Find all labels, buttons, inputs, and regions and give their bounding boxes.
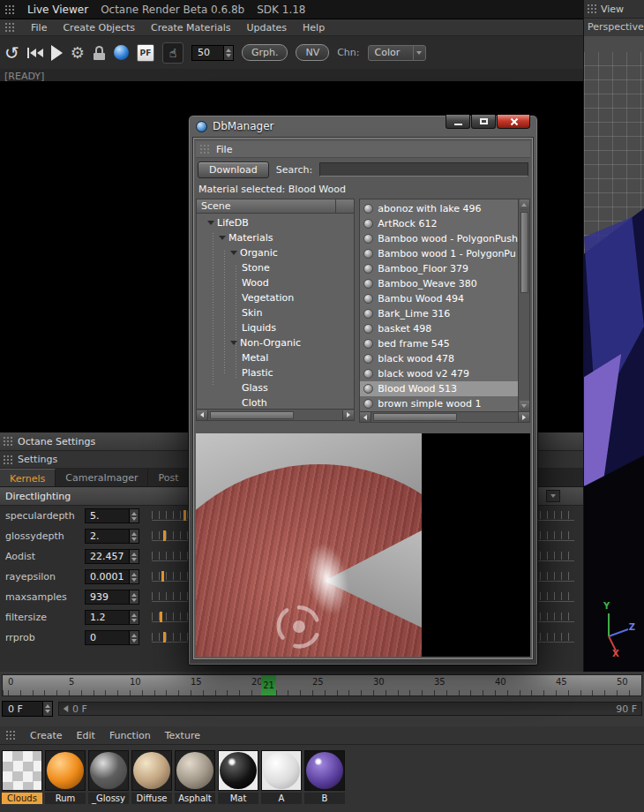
tree-item-metal[interactable]: Metal: [197, 350, 354, 365]
scroll-right-button[interactable]: [342, 410, 354, 420]
slider-thumb[interactable]: [161, 571, 164, 582]
settings-gear-icon[interactable]: ⚙: [71, 45, 85, 61]
param-value-field[interactable]: 2.: [85, 529, 139, 544]
material-list-item[interactable]: Bamboo wood - PolygonPush: [360, 231, 518, 246]
material-list-item-selected[interactable]: Blood Wood 513: [360, 381, 518, 396]
slider-thumb[interactable]: [163, 632, 166, 643]
material-thumb-asphalt[interactable]: Asphalt: [175, 750, 215, 804]
skip-to-start-icon[interactable]: [27, 48, 43, 58]
material-list-item[interactable]: abonoz with lake 496: [360, 201, 518, 216]
scroll-down-button[interactable]: [520, 401, 529, 411]
tree-item-vegetation[interactable]: Vegetation: [197, 290, 354, 305]
menu-create[interactable]: Create: [30, 730, 63, 741]
tree-item-cloth[interactable]: Cloth: [197, 395, 354, 410]
material-list-item[interactable]: Bambu Wood 494: [360, 291, 518, 306]
minimize-button[interactable]: [446, 115, 470, 129]
param-value-field[interactable]: 0.0001: [85, 569, 139, 584]
material-list-item[interactable]: brown simple wood 1: [360, 396, 518, 411]
material-list-item[interactable]: black wood v2 479: [360, 366, 518, 381]
scroll-left-button[interactable]: [197, 410, 208, 420]
scrollbar-thumb[interactable]: [373, 413, 457, 421]
spinner-arrows-icon[interactable]: [129, 590, 139, 604]
expand-arrow-icon[interactable]: [207, 221, 214, 225]
tab-post[interactable]: Post: [148, 469, 189, 486]
material-thumb-a[interactable]: A: [261, 750, 302, 804]
material-thumb-mat[interactable]: Mat: [218, 750, 258, 804]
spinner-arrows-icon[interactable]: [129, 631, 139, 644]
menu-updates[interactable]: Updates: [247, 22, 288, 34]
tree-item-lifedb[interactable]: LifeDB: [197, 215, 354, 230]
tree-column-header[interactable]: Scene: [196, 199, 355, 214]
tab-kernels[interactable]: Kernels: [0, 469, 56, 486]
range-handle-icon[interactable]: [64, 705, 69, 712]
tree-item-glass[interactable]: Glass: [197, 380, 354, 395]
frame-range-slider[interactable]: 0 F 90 F: [58, 702, 642, 716]
scrollbar-thumb[interactable]: [520, 212, 528, 293]
kernel-dropdown-button[interactable]: [546, 490, 560, 502]
viewport-mode-label[interactable]: Perspective: [584, 19, 644, 35]
dialog-titlebar[interactable]: DbManager: [189, 116, 537, 137]
lock-resolution-icon[interactable]: [93, 46, 106, 60]
material-list-item[interactable]: black wood 478: [360, 351, 518, 366]
material-list-item[interactable]: Bamboo_Floor 379: [360, 261, 518, 276]
tree-item-stone[interactable]: Stone: [197, 260, 354, 275]
param-value-field[interactable]: 1.2: [85, 610, 139, 625]
menu-help[interactable]: Help: [303, 22, 325, 34]
menu-function[interactable]: Function: [109, 730, 151, 741]
frame-number-field[interactable]: 0 F: [2, 701, 53, 717]
dialog-menu-file[interactable]: File: [216, 144, 232, 155]
material-list-item[interactable]: Bamboo_Weave 380: [360, 276, 518, 291]
list-horizontal-scrollbar[interactable]: [359, 412, 530, 423]
slider-thumb[interactable]: [183, 510, 186, 521]
menu-texture[interactable]: Texture: [165, 730, 200, 741]
spinner-arrows-icon[interactable]: [42, 702, 52, 716]
tree-item-wood[interactable]: Wood: [197, 275, 354, 290]
param-value-field[interactable]: 5.: [85, 508, 139, 523]
tab-cameraimager[interactable]: CameraImager: [56, 469, 148, 486]
tree-item-plastic[interactable]: Plastic: [197, 365, 354, 380]
menu-create-objects[interactable]: Create Objects: [63, 22, 135, 34]
scroll-left-button[interactable]: [360, 412, 371, 422]
material-thumb-b[interactable]: B: [304, 750, 345, 804]
samples-spinner[interactable]: 50: [191, 45, 234, 61]
render-ball-icon[interactable]: [114, 45, 129, 60]
slider-thumb[interactable]: [160, 612, 162, 622]
close-button[interactable]: [497, 115, 530, 129]
search-input[interactable]: [319, 162, 528, 177]
expand-arrow-icon[interactable]: [230, 251, 237, 255]
material-thumb-diffuse[interactable]: Diffuse: [131, 750, 172, 804]
material-list-item[interactable]: bed frame 545: [360, 336, 518, 351]
material-list-item[interactable]: basket 498: [360, 321, 518, 336]
maximize-button[interactable]: [471, 115, 496, 129]
material-list-item[interactable]: Bamboo wood 1 - PolygonPu: [360, 246, 518, 261]
material-list-item[interactable]: Bark_Lime 316: [360, 306, 518, 321]
nv-button[interactable]: NV: [296, 44, 329, 61]
scroll-up-button[interactable]: [520, 199, 529, 210]
menu-edit[interactable]: Edit: [77, 730, 95, 741]
expand-arrow-icon[interactable]: [230, 341, 237, 345]
spinner-arrows-icon[interactable]: [223, 46, 233, 60]
current-frame-marker[interactable]: 21: [261, 675, 276, 695]
param-value-field[interactable]: 939: [85, 590, 139, 605]
tree-item-liquids[interactable]: Liquids: [197, 320, 354, 335]
spinner-arrows-icon[interactable]: [129, 509, 139, 523]
timeline-ruler[interactable]: 0 5 10 15 20 25 30 35 40 45 50 21: [2, 674, 642, 696]
hand-cursor-button[interactable]: ☝: [162, 42, 183, 64]
tree-item-materials[interactable]: Materials: [197, 230, 354, 245]
param-value-field[interactable]: 22.457: [85, 549, 139, 564]
graph-button[interactable]: Grph.: [242, 44, 288, 61]
tree-item-non-organic[interactable]: Non-Organic: [197, 335, 354, 350]
param-value-field[interactable]: 0: [85, 630, 139, 645]
menu-file[interactable]: File: [31, 22, 47, 34]
menu-create-materials[interactable]: Create Materials: [151, 22, 230, 34]
spinner-arrows-icon[interactable]: [129, 550, 139, 563]
material-thumb-glossy[interactable]: _Glossy: [88, 750, 129, 804]
pf-tool-icon[interactable]: PF: [137, 44, 154, 62]
scene-viewport[interactable]: Y Z X: [584, 36, 644, 672]
spinner-arrows-icon[interactable]: [129, 570, 139, 583]
spinner-arrows-icon[interactable]: [129, 611, 139, 624]
tree-horizontal-scrollbar[interactable]: [196, 410, 355, 421]
spinner-arrows-icon[interactable]: [129, 530, 139, 543]
scroll-right-button[interactable]: [518, 412, 529, 422]
tree-item-skin[interactable]: Skin: [197, 305, 354, 320]
